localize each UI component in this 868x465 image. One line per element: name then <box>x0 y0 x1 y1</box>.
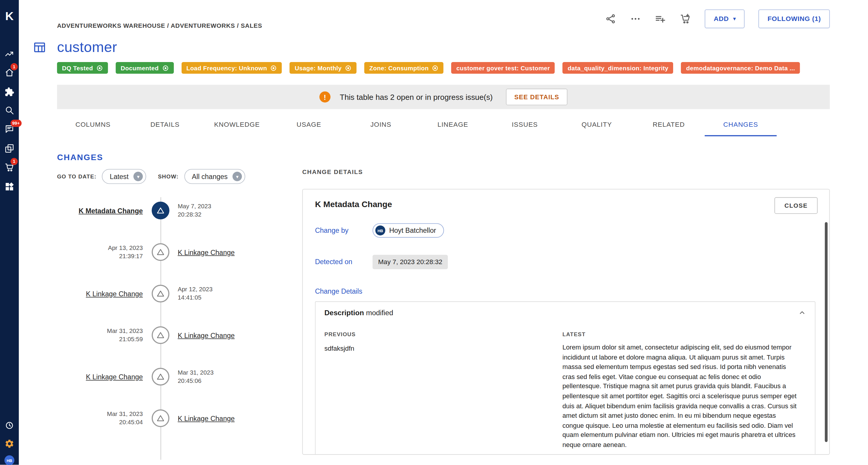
issues-banner: ! This table has 2 open or in progress i… <box>57 85 830 109</box>
change-date: Mar 31, 202320:45:04 <box>57 410 143 426</box>
add-button[interactable]: ADD▾ <box>705 9 745 28</box>
more-horizontal-icon[interactable] <box>630 13 641 25</box>
change-link[interactable]: K Linkage Change <box>178 331 235 339</box>
cart-badge: 1 <box>11 158 18 165</box>
tab-details[interactable]: DETAILS <box>129 113 201 137</box>
change-details-heading: CHANGE DETAILS <box>302 168 830 175</box>
change-date: May 7, 202320:28:32 <box>178 202 211 218</box>
scrollbar-thumb[interactable] <box>825 222 828 442</box>
show-select[interactable]: All changes ▾ <box>184 169 245 184</box>
home-badge: 1 <box>11 63 18 70</box>
change-link[interactable]: K Linkage Change <box>178 414 235 422</box>
user-avatar[interactable]: HB <box>4 455 14 465</box>
bullseye-icon <box>432 64 439 71</box>
bullseye-icon <box>162 64 169 71</box>
pill-data-quality-dimension[interactable]: data_quality_dimension: Integrity <box>563 62 674 74</box>
changes-heading: CHANGES <box>57 152 302 162</box>
previous-value: sdfaksjdfn <box>324 345 562 352</box>
see-details-button[interactable]: SEE DETAILS <box>506 89 567 105</box>
avatar: HB <box>375 225 385 235</box>
tab-joins[interactable]: JOINS <box>345 113 417 137</box>
puzzle-icon[interactable] <box>4 87 15 98</box>
pill-dq-tested[interactable]: DQ Tested <box>57 62 108 74</box>
delta-triangle-icon <box>156 330 165 339</box>
search-icon[interactable] <box>4 105 15 116</box>
following-button[interactable]: FOLLOWING (1) <box>759 9 830 28</box>
change-link[interactable]: K Linkage Change <box>86 373 143 381</box>
main-content: ADD▾ FOLLOWING (1) ADVENTUREWORKS WAREHO… <box>19 0 868 465</box>
previous-label: PREVIOUS <box>324 331 562 338</box>
changes-panel: CHANGES GO TO DATE: Latest ▾ SHOW: All c… <box>57 136 302 455</box>
change-by-label: Change by <box>315 227 373 234</box>
add-to-cart-icon[interactable] <box>680 13 691 25</box>
change-node[interactable] <box>152 202 169 219</box>
tab-changes[interactable]: CHANGES <box>705 113 777 137</box>
badge-pills: DQ Tested Documented Load Frequency: Unk… <box>57 62 830 74</box>
warning-icon: ! <box>319 91 330 103</box>
page-title: customer <box>57 39 830 56</box>
gear-icon[interactable] <box>4 438 15 449</box>
change-node[interactable] <box>152 368 169 385</box>
pill-zone[interactable]: Zone: Consumption <box>364 62 444 74</box>
trending-up-icon[interactable] <box>4 48 15 59</box>
app-logo[interactable]: K <box>0 9 19 23</box>
playlist-add-icon[interactable] <box>655 13 666 25</box>
history-icon[interactable] <box>4 420 15 431</box>
change-link[interactable]: K Linkage Change <box>86 290 143 298</box>
tab-related[interactable]: RELATED <box>633 113 705 137</box>
detected-on-label: Detected on <box>315 258 373 266</box>
tab-knowledge[interactable]: KNOWLEDGE <box>201 113 273 137</box>
cart-icon[interactable]: 1 <box>4 162 15 173</box>
user-chip[interactable]: HB Hoyt Batchellor <box>373 223 444 238</box>
share-icon[interactable] <box>605 13 616 25</box>
change-node[interactable] <box>152 243 169 261</box>
change-date: Mar 31, 202320:45:06 <box>178 368 214 385</box>
change-link[interactable]: K Metadata Change <box>79 207 143 214</box>
diff-box: Description modified PREVIOUS sdfaksjdfn <box>315 301 815 455</box>
change-details-panel: CHANGE DETAILS K Metadata Change CLOSE C… <box>302 136 830 455</box>
timeline-item: Apr 13, 202321:39:17 K Linkage Change <box>57 231 302 273</box>
chevron-down-icon: ▾ <box>133 172 143 181</box>
tab-bar: COLUMNS DETAILS KNOWLEDGE USAGE JOINS LI… <box>57 113 777 137</box>
chat-icon[interactable]: 99+ <box>4 123 15 135</box>
chevron-up-icon[interactable] <box>798 309 806 316</box>
timeline-item: K Linkage Change Apr 12, 202314:41:05 <box>57 273 302 314</box>
delta-triangle-icon <box>156 289 165 298</box>
timeline-item: K Linkage Change Mar 31, 202320:45:06 <box>57 356 302 397</box>
copy-icon[interactable] <box>4 143 15 154</box>
chevron-down-icon: ▾ <box>232 172 242 181</box>
close-button[interactable]: CLOSE <box>774 197 817 214</box>
change-link[interactable]: K Linkage Change <box>178 249 235 256</box>
diff-header[interactable]: Description modified <box>316 302 815 323</box>
change-date: Apr 13, 202321:39:17 <box>57 243 143 260</box>
pill-load-frequency[interactable]: Load Frequency: Unknown <box>181 62 282 74</box>
pill-customer-gover-test[interactable]: customer gover test: Customer <box>452 62 555 74</box>
delta-triangle-icon <box>156 206 165 215</box>
bullseye-icon <box>96 64 103 71</box>
latest-label: LATEST <box>562 331 798 338</box>
tab-lineage[interactable]: LINEAGE <box>417 113 489 137</box>
change-date: Mar 31, 202321:05:59 <box>57 326 143 343</box>
go-to-date-select[interactable]: Latest ▾ <box>102 169 146 184</box>
detected-on-value: May 7, 2023 20:28:32 <box>373 255 448 269</box>
delta-triangle-icon <box>156 414 165 423</box>
timeline-item: K Metadata Change May 7, 202320:28:32 <box>57 190 302 231</box>
tab-issues[interactable]: ISSUES <box>489 113 561 137</box>
pill-usage[interactable]: Usage: Monthly <box>290 62 356 74</box>
delta-triangle-icon <box>156 372 165 381</box>
header-actions: ADD▾ FOLLOWING (1) <box>605 9 830 28</box>
pill-demodatagovernance[interactable]: demodatagovernance: Demo Data ... <box>681 62 800 74</box>
tab-usage[interactable]: USAGE <box>273 113 345 137</box>
pill-documented[interactable]: Documented <box>116 62 174 74</box>
home-icon[interactable]: 1 <box>4 67 15 78</box>
widgets-icon[interactable] <box>4 181 15 192</box>
change-node[interactable] <box>152 326 169 344</box>
chevron-down-icon: ▾ <box>733 16 736 22</box>
change-node[interactable] <box>152 409 169 427</box>
change-node[interactable] <box>152 285 169 302</box>
change-details-card: K Metadata Change CLOSE Change by HB Hoy… <box>302 189 830 455</box>
tab-quality[interactable]: QUALITY <box>561 113 633 137</box>
tab-columns[interactable]: COLUMNS <box>57 113 129 137</box>
changes-timeline: K Metadata Change May 7, 202320:28:32 Ap… <box>57 190 302 452</box>
go-to-date-label: GO TO DATE: <box>57 173 97 180</box>
